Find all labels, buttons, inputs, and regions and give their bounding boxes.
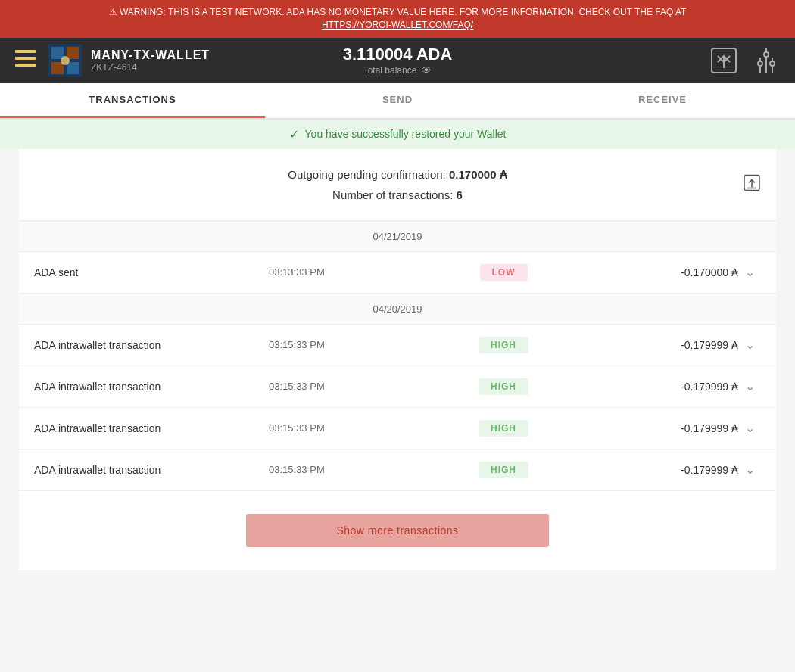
wallet-name: MANY-TX-WALLET (91, 48, 210, 62)
wallet-info: MANY-TX-WALLET ZKTZ-4614 (91, 48, 210, 73)
tx-count: 6 (457, 188, 463, 201)
transaction-row: ADA intrawallet transaction 03:15:33 PM … (19, 408, 776, 450)
pending-label: Outgoing pending confirmation: (288, 168, 445, 181)
pending-text: Outgoing pending confirmation: 0.170000 … (49, 164, 746, 205)
svg-point-14 (758, 61, 762, 66)
expand-btn-3[interactable]: ⌄ (738, 379, 761, 394)
tx-amount-4: -0.179999 ₳ (563, 422, 739, 434)
transaction-row: ADA intrawallet transaction 03:15:33 PM … (19, 450, 776, 491)
tx-time-3: 03:15:33 PM (269, 381, 445, 392)
svg-point-11 (764, 52, 768, 57)
tx-amount-5: -0.179999 ₳ (563, 464, 739, 476)
svg-rect-7 (67, 62, 79, 74)
svg-rect-0 (15, 50, 36, 53)
expand-btn-4[interactable]: ⌄ (738, 421, 761, 435)
wallet-logo (48, 44, 82, 77)
tx-badge-4: HIGH (445, 420, 563, 437)
svg-rect-4 (51, 47, 64, 59)
show-more-container: Show more transactions (19, 491, 776, 570)
receive-send-button[interactable] (710, 47, 737, 74)
badge-high-3: HIGH (479, 378, 528, 395)
svg-point-8 (61, 56, 70, 65)
tx-time-4: 03:15:33 PM (269, 422, 445, 434)
tab-send[interactable]: SEND (265, 83, 530, 118)
expand-btn-5[interactable]: ⌄ (738, 462, 761, 477)
badge-high-2: HIGH (479, 337, 528, 353)
settings-button[interactable] (753, 47, 780, 74)
tx-name-3: ADA intrawallet transaction (34, 381, 269, 393)
success-text: You have successfully restored your Wall… (305, 128, 507, 140)
check-icon: ✓ (289, 127, 299, 142)
badge-low-1: LOW (480, 264, 528, 281)
tx-name-2: ADA intrawallet transaction (34, 339, 269, 351)
date-group-1: 04/21/2019 ADA sent 03:13:33 PM LOW -0.1… (19, 221, 776, 294)
svg-rect-5 (67, 47, 79, 59)
tx-name-5: ADA intrawallet transaction (34, 464, 269, 476)
tx-badge-2: HIGH (445, 337, 563, 353)
header-center: 3.110004 ADA Total balance 👁 (270, 45, 525, 76)
tx-name-4: ADA intrawallet transaction (34, 422, 269, 434)
nav-tabs: TRANSACTIONS SEND RECEIVE (0, 83, 795, 120)
tx-time-2: 03:15:33 PM (269, 339, 445, 350)
expand-btn-1[interactable]: ⌄ (738, 265, 761, 279)
menu-icon[interactable] (15, 50, 36, 71)
tx-time-1: 03:13:33 PM (269, 266, 445, 278)
header: MANY-TX-WALLET ZKTZ-4614 3.110004 ADA To… (0, 38, 795, 83)
main-content: Outgoing pending confirmation: 0.170000 … (19, 149, 776, 570)
pending-ada-symbol: ₳ (500, 168, 507, 181)
transaction-row: ADA sent 03:13:33 PM LOW -0.170000 ₳ ⌄ (19, 252, 776, 294)
svg-point-17 (770, 61, 775, 66)
balance-amount: 3.110004 ADA (270, 45, 525, 64)
eye-icon[interactable]: 👁 (421, 64, 432, 76)
tx-amount-1: -0.170000 ₳ (563, 266, 739, 278)
show-more-button[interactable]: Show more transactions (246, 514, 549, 547)
pending-amount: 0.170000 ₳ (449, 168, 507, 181)
date-group-2: 04/20/2019 ADA intrawallet transaction 0… (19, 294, 776, 491)
svg-rect-1 (15, 57, 36, 60)
tx-badge-3: HIGH (445, 378, 563, 395)
tx-time-5: 03:15:33 PM (269, 464, 445, 475)
transaction-row: ADA intrawallet transaction 03:15:33 PM … (19, 325, 776, 366)
svg-rect-6 (51, 62, 64, 74)
badge-high-5: HIGH (479, 462, 528, 478)
tx-amount-2: -0.179999 ₳ (563, 339, 739, 351)
tx-badge-5: HIGH (445, 462, 563, 478)
tx-name-1: ADA sent (34, 266, 269, 278)
date-separator-1: 04/21/2019 (19, 221, 776, 252)
transaction-row: ADA intrawallet transaction 03:15:33 PM … (19, 366, 776, 408)
warning-text: WARNING: THIS IS A TEST NETWORK. ADA HAS… (120, 7, 687, 17)
header-left: MANY-TX-WALLET ZKTZ-4614 (15, 44, 270, 77)
balance-label: Total balance 👁 (270, 64, 525, 76)
date-separator-2: 04/20/2019 (19, 294, 776, 325)
warning-icon: ⚠ (109, 7, 117, 17)
expand-btn-2[interactable]: ⌄ (738, 338, 761, 352)
export-button[interactable] (743, 173, 761, 195)
tx-badge-1: LOW (445, 264, 563, 281)
wallet-id: ZKTZ-4614 (91, 62, 210, 73)
badge-high-4: HIGH (479, 420, 528, 437)
tab-transactions[interactable]: TRANSACTIONS (0, 83, 265, 118)
tab-receive[interactable]: RECEIVE (530, 83, 795, 118)
warning-link[interactable]: HTTPS://YOROI-WALLET.COM/FAQ/ (322, 20, 473, 30)
tx-count-label: Number of transactions: (332, 188, 453, 201)
tx-amount-3: -0.179999 ₳ (563, 381, 739, 393)
warning-banner: ⚠ WARNING: THIS IS A TEST NETWORK. ADA H… (0, 0, 795, 38)
svg-rect-2 (15, 64, 36, 67)
pending-section: Outgoing pending confirmation: 0.170000 … (19, 149, 776, 221)
success-banner: ✓ You have successfully restored your Wa… (0, 120, 795, 149)
header-right (525, 47, 780, 74)
